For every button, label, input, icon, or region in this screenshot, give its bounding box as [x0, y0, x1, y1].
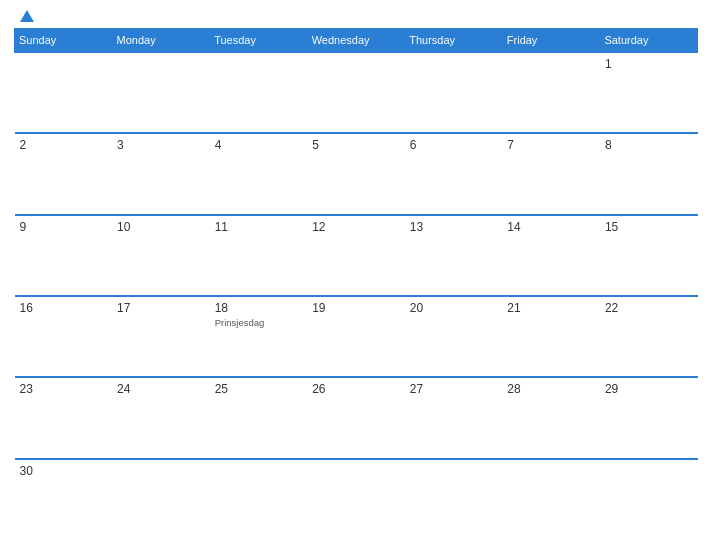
day-number: 9 [20, 220, 108, 234]
calendar-cell: 11 [210, 215, 308, 296]
calendar-cell [112, 52, 210, 133]
calendar-cell: 14 [502, 215, 600, 296]
calendar-cell [307, 52, 405, 133]
week-row-1: 2345678 [15, 133, 698, 214]
calendar-body: 123456789101112131415161718Prinsjesdag19… [15, 52, 698, 540]
calendar-cell: 18Prinsjesdag [210, 296, 308, 377]
logo-triangle-icon [20, 10, 34, 22]
day-number: 30 [20, 464, 108, 478]
calendar-thead: SundayMondayTuesdayWednesdayThursdayFrid… [15, 29, 698, 53]
day-number: 10 [117, 220, 205, 234]
calendar-cell [502, 52, 600, 133]
calendar-cell: 24 [112, 377, 210, 458]
week-row-3: 161718Prinsjesdag19202122 [15, 296, 698, 377]
day-number: 15 [605, 220, 693, 234]
day-number: 22 [605, 301, 693, 315]
calendar-cell: 3 [112, 133, 210, 214]
week-row-0: 1 [15, 52, 698, 133]
calendar-cell: 9 [15, 215, 113, 296]
calendar-cell: 21 [502, 296, 600, 377]
calendar-cell: 26 [307, 377, 405, 458]
calendar-cell: 7 [502, 133, 600, 214]
day-number: 4 [215, 138, 303, 152]
day-number: 11 [215, 220, 303, 234]
calendar-cell [502, 459, 600, 540]
week-row-4: 23242526272829 [15, 377, 698, 458]
calendar-table: SundayMondayTuesdayWednesdayThursdayFrid… [14, 28, 698, 540]
calendar-cell: 10 [112, 215, 210, 296]
day-number: 21 [507, 301, 595, 315]
day-number: 25 [215, 382, 303, 396]
logo [16, 10, 37, 22]
day-number: 27 [410, 382, 498, 396]
calendar-cell: 1 [600, 52, 698, 133]
week-row-2: 9101112131415 [15, 215, 698, 296]
calendar-cell: 15 [600, 215, 698, 296]
calendar-cell [405, 52, 503, 133]
day-number: 23 [20, 382, 108, 396]
calendar-cell: 13 [405, 215, 503, 296]
day-number: 20 [410, 301, 498, 315]
calendar-cell: 17 [112, 296, 210, 377]
calendar-cell [210, 459, 308, 540]
calendar-cell: 22 [600, 296, 698, 377]
calendar-cell: 30 [15, 459, 113, 540]
calendar-cell: 5 [307, 133, 405, 214]
calendar-header [14, 10, 698, 22]
day-number: 12 [312, 220, 400, 234]
weekday-header-tuesday: Tuesday [210, 29, 308, 53]
day-number: 16 [20, 301, 108, 315]
day-number: 2 [20, 138, 108, 152]
calendar-cell: 16 [15, 296, 113, 377]
calendar-cell [15, 52, 113, 133]
calendar-cell: 4 [210, 133, 308, 214]
calendar-cell: 29 [600, 377, 698, 458]
day-number: 24 [117, 382, 205, 396]
weekday-header-friday: Friday [502, 29, 600, 53]
calendar-cell [405, 459, 503, 540]
calendar-cell: 8 [600, 133, 698, 214]
day-number: 19 [312, 301, 400, 315]
day-number: 14 [507, 220, 595, 234]
calendar-cell: 12 [307, 215, 405, 296]
weekday-header-wednesday: Wednesday [307, 29, 405, 53]
weekday-header-thursday: Thursday [405, 29, 503, 53]
day-number: 28 [507, 382, 595, 396]
calendar-cell: 23 [15, 377, 113, 458]
calendar-cell: 28 [502, 377, 600, 458]
calendar-wrapper: SundayMondayTuesdayWednesdayThursdayFrid… [0, 0, 712, 550]
day-number: 6 [410, 138, 498, 152]
day-number: 5 [312, 138, 400, 152]
day-number: 13 [410, 220, 498, 234]
weekday-header-row: SundayMondayTuesdayWednesdayThursdayFrid… [15, 29, 698, 53]
day-number: 29 [605, 382, 693, 396]
calendar-cell [307, 459, 405, 540]
weekday-header-monday: Monday [112, 29, 210, 53]
calendar-cell: 6 [405, 133, 503, 214]
calendar-cell [210, 52, 308, 133]
day-number: 7 [507, 138, 595, 152]
calendar-cell [600, 459, 698, 540]
calendar-cell: 25 [210, 377, 308, 458]
week-row-5: 30 [15, 459, 698, 540]
day-number: 17 [117, 301, 205, 315]
day-number: 26 [312, 382, 400, 396]
day-number: 8 [605, 138, 693, 152]
calendar-cell [112, 459, 210, 540]
weekday-header-saturday: Saturday [600, 29, 698, 53]
day-number: 1 [605, 57, 693, 71]
calendar-cell: 27 [405, 377, 503, 458]
day-number: 3 [117, 138, 205, 152]
day-number: 18 [215, 301, 303, 315]
event-label: Prinsjesdag [215, 317, 303, 328]
weekday-header-sunday: Sunday [15, 29, 113, 53]
calendar-cell: 2 [15, 133, 113, 214]
calendar-cell: 20 [405, 296, 503, 377]
calendar-cell: 19 [307, 296, 405, 377]
